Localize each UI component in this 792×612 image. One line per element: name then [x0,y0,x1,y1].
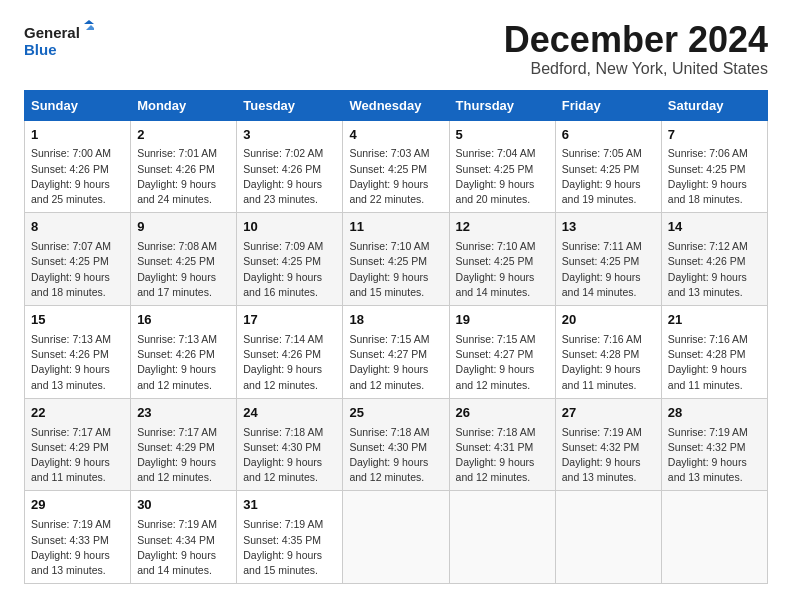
calendar-cell: 28Sunrise: 7:19 AMSunset: 4:32 PMDayligh… [661,398,767,491]
calendar-cell: 6Sunrise: 7:05 AMSunset: 4:25 PMDaylight… [555,120,661,213]
day-number: 20 [562,311,655,330]
sunrise-label: Sunrise: 7:08 AM [137,240,217,252]
calendar-cell: 29Sunrise: 7:19 AMSunset: 4:33 PMDayligh… [25,491,131,584]
sunrise-label: Sunrise: 7:10 AM [456,240,536,252]
logo-svg: General Blue [24,20,94,62]
day-header-monday: Monday [131,90,237,120]
sunset-label: Sunset: 4:26 PM [137,163,215,175]
daylight-label: Daylight: 9 hours and 25 minutes. [31,178,110,205]
sunrise-label: Sunrise: 7:19 AM [243,518,323,530]
calendar-cell: 17Sunrise: 7:14 AMSunset: 4:26 PMDayligh… [237,306,343,399]
sunset-label: Sunset: 4:25 PM [456,163,534,175]
sunset-label: Sunset: 4:25 PM [562,255,640,267]
sunrise-label: Sunrise: 7:04 AM [456,147,536,159]
sunset-label: Sunset: 4:26 PM [243,163,321,175]
day-number: 10 [243,218,336,237]
sunset-label: Sunset: 4:25 PM [456,255,534,267]
sunrise-label: Sunrise: 7:16 AM [562,333,642,345]
calendar-cell: 31Sunrise: 7:19 AMSunset: 4:35 PMDayligh… [237,491,343,584]
day-header-tuesday: Tuesday [237,90,343,120]
sunset-label: Sunset: 4:26 PM [137,348,215,360]
day-number: 14 [668,218,761,237]
sunrise-label: Sunrise: 7:07 AM [31,240,111,252]
sunset-label: Sunset: 4:25 PM [31,255,109,267]
daylight-label: Daylight: 9 hours and 12 minutes. [349,456,428,483]
svg-marker-3 [86,25,94,30]
day-number: 24 [243,404,336,423]
day-number: 30 [137,496,230,515]
sunrise-label: Sunrise: 7:02 AM [243,147,323,159]
sunset-label: Sunset: 4:26 PM [243,348,321,360]
day-number: 29 [31,496,124,515]
sunset-label: Sunset: 4:28 PM [562,348,640,360]
calendar-cell: 15Sunrise: 7:13 AMSunset: 4:26 PMDayligh… [25,306,131,399]
sunrise-label: Sunrise: 7:19 AM [137,518,217,530]
daylight-label: Daylight: 9 hours and 12 minutes. [243,456,322,483]
sunset-label: Sunset: 4:31 PM [456,441,534,453]
day-header-sunday: Sunday [25,90,131,120]
calendar-cell: 2Sunrise: 7:01 AMSunset: 4:26 PMDaylight… [131,120,237,213]
sunset-label: Sunset: 4:27 PM [456,348,534,360]
day-number: 25 [349,404,442,423]
sunrise-label: Sunrise: 7:13 AM [137,333,217,345]
sunrise-label: Sunrise: 7:19 AM [668,426,748,438]
daylight-label: Daylight: 9 hours and 13 minutes. [668,271,747,298]
sunset-label: Sunset: 4:35 PM [243,534,321,546]
daylight-label: Daylight: 9 hours and 13 minutes. [668,456,747,483]
calendar-cell: 1Sunrise: 7:00 AMSunset: 4:26 PMDaylight… [25,120,131,213]
sunrise-label: Sunrise: 7:18 AM [456,426,536,438]
calendar-week-2: 8Sunrise: 7:07 AMSunset: 4:25 PMDaylight… [25,213,768,306]
daylight-label: Daylight: 9 hours and 11 minutes. [31,456,110,483]
header: General Blue December 2024 Bedford, New … [24,20,768,78]
calendar-cell: 23Sunrise: 7:17 AMSunset: 4:29 PMDayligh… [131,398,237,491]
daylight-label: Daylight: 9 hours and 22 minutes. [349,178,428,205]
calendar-cell: 13Sunrise: 7:11 AMSunset: 4:25 PMDayligh… [555,213,661,306]
calendar-cell: 12Sunrise: 7:10 AMSunset: 4:25 PMDayligh… [449,213,555,306]
calendar-cell: 27Sunrise: 7:19 AMSunset: 4:32 PMDayligh… [555,398,661,491]
sunset-label: Sunset: 4:26 PM [668,255,746,267]
header-row: SundayMondayTuesdayWednesdayThursdayFrid… [25,90,768,120]
calendar-cell: 22Sunrise: 7:17 AMSunset: 4:29 PMDayligh… [25,398,131,491]
day-number: 18 [349,311,442,330]
sunrise-label: Sunrise: 7:13 AM [31,333,111,345]
day-number: 12 [456,218,549,237]
calendar-cell: 11Sunrise: 7:10 AMSunset: 4:25 PMDayligh… [343,213,449,306]
calendar-week-3: 15Sunrise: 7:13 AMSunset: 4:26 PMDayligh… [25,306,768,399]
daylight-label: Daylight: 9 hours and 12 minutes. [243,363,322,390]
daylight-label: Daylight: 9 hours and 13 minutes. [31,549,110,576]
day-number: 1 [31,126,124,145]
day-header-wednesday: Wednesday [343,90,449,120]
calendar-cell: 14Sunrise: 7:12 AMSunset: 4:26 PMDayligh… [661,213,767,306]
sunset-label: Sunset: 4:32 PM [562,441,640,453]
calendar-cell [661,491,767,584]
day-number: 15 [31,311,124,330]
month-title: December 2024 [504,20,768,60]
day-number: 27 [562,404,655,423]
sunset-label: Sunset: 4:29 PM [137,441,215,453]
daylight-label: Daylight: 9 hours and 14 minutes. [137,549,216,576]
daylight-label: Daylight: 9 hours and 24 minutes. [137,178,216,205]
day-number: 21 [668,311,761,330]
calendar-table: SundayMondayTuesdayWednesdayThursdayFrid… [24,90,768,585]
day-number: 11 [349,218,442,237]
sunrise-label: Sunrise: 7:18 AM [349,426,429,438]
sunset-label: Sunset: 4:27 PM [349,348,427,360]
calendar-cell [343,491,449,584]
calendar-cell: 24Sunrise: 7:18 AMSunset: 4:30 PMDayligh… [237,398,343,491]
sunrise-label: Sunrise: 7:06 AM [668,147,748,159]
sunrise-label: Sunrise: 7:12 AM [668,240,748,252]
daylight-label: Daylight: 9 hours and 14 minutes. [456,271,535,298]
daylight-label: Daylight: 9 hours and 11 minutes. [668,363,747,390]
daylight-label: Daylight: 9 hours and 12 minutes. [456,456,535,483]
sunset-label: Sunset: 4:26 PM [31,163,109,175]
sunrise-label: Sunrise: 7:17 AM [137,426,217,438]
sunset-label: Sunset: 4:25 PM [668,163,746,175]
calendar-cell: 10Sunrise: 7:09 AMSunset: 4:25 PMDayligh… [237,213,343,306]
svg-text:Blue: Blue [24,41,57,58]
daylight-label: Daylight: 9 hours and 14 minutes. [562,271,641,298]
day-number: 23 [137,404,230,423]
calendar-cell: 20Sunrise: 7:16 AMSunset: 4:28 PMDayligh… [555,306,661,399]
sunset-label: Sunset: 4:25 PM [349,163,427,175]
day-header-saturday: Saturday [661,90,767,120]
daylight-label: Daylight: 9 hours and 18 minutes. [31,271,110,298]
